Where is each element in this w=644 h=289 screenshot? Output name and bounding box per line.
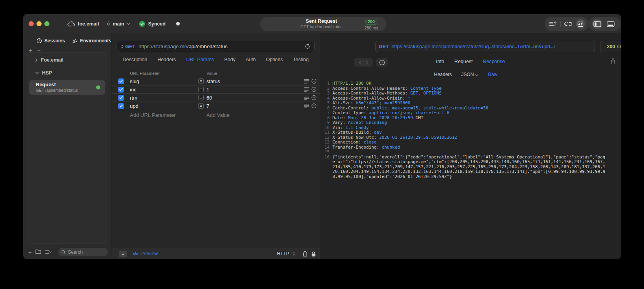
request-list-item-selected[interactable]: Request GET /api/embed/status [29, 80, 105, 95]
param-value-input[interactable]: 1 [206, 87, 298, 93]
export-share-icon[interactable] [610, 58, 616, 65]
toggle-bottom-panel-icon[interactable] [606, 19, 616, 29]
method-stepper-icon[interactable] [121, 44, 124, 49]
equals-icon: = [198, 95, 204, 100]
project-name[interactable]: foe.email [78, 21, 99, 27]
response-tabs: InfoRequestResponse [436, 59, 505, 64]
param-row-slug[interactable]: slug=status [111, 77, 320, 85]
param-name-input[interactable]: upd [126, 103, 196, 109]
titlebar-divider [171, 21, 171, 27]
remove-row-icon[interactable] [311, 95, 317, 100]
code-icon: </> [133, 251, 138, 256]
param-value-input[interactable]: status [206, 78, 298, 84]
add-request-button[interactable]: + [28, 249, 32, 255]
add-param-row[interactable]: Add URL Parameter Add Value [111, 110, 320, 119]
row-options-icon[interactable] [304, 95, 309, 100]
request-log-icon[interactable] [548, 19, 557, 29]
toggle-sidebar-icon[interactable] [592, 19, 602, 29]
param-value-input[interactable]: 60 [206, 95, 298, 101]
branch-chevron-down-icon[interactable] [127, 23, 130, 25]
refresh-icon[interactable] [305, 44, 310, 49]
forward-icon[interactable] [366, 60, 369, 65]
url-path: /api/embed/status [187, 44, 228, 49]
response-subtab-row: HeadersJSONRaw [320, 71, 621, 80]
zoom-button[interactable] [44, 21, 49, 26]
params-table-header: URL Parameter Value [111, 70, 320, 77]
response-line: 16{"incidents":null,"overall":{"code":"o… [322, 155, 621, 180]
response-tab-request[interactable]: Request [454, 59, 473, 64]
param-checkbox[interactable] [118, 95, 124, 101]
remove-row-icon[interactable] [311, 103, 317, 109]
param-name-input[interactable]: slug [126, 78, 196, 84]
history-clock-button[interactable] [376, 58, 388, 67]
sessions-label: Sessions [44, 38, 65, 44]
request-tab-auth[interactable]: Auth [246, 57, 256, 62]
param-row-rtm[interactable]: rtm=60 [111, 93, 320, 102]
json-chevron-down-icon[interactable] [475, 74, 478, 76]
raw-response-view[interactable]: 1HTTP/1.1 200 OK2Access-Control-Allow-He… [320, 80, 621, 259]
response-tab-info[interactable]: Info [436, 59, 444, 64]
response-method-label: GET [379, 44, 389, 49]
close-button[interactable] [29, 21, 34, 26]
protocol-stepper-icon[interactable] [293, 252, 295, 256]
param-row-inc[interactable]: inc=1 [111, 85, 320, 93]
request-tab-headers[interactable]: Headers [157, 57, 176, 62]
remove-row-icon[interactable] [311, 78, 317, 84]
row-options-icon[interactable] [304, 79, 309, 84]
import-export-icon[interactable] [576, 19, 585, 29]
chevron-down-icon [35, 72, 39, 74]
request-tab-body[interactable]: Body [224, 57, 235, 62]
sync-status-label[interactable]: Synced [148, 21, 165, 27]
search-input[interactable]: Search [58, 248, 108, 256]
param-value-input[interactable]: 7 [206, 103, 298, 109]
protocol-selector[interactable]: HTTP [277, 251, 289, 256]
sent-request-pill[interactable]: Sent Request GET /api/embed/status 200 2… [260, 17, 387, 31]
request-url-bar[interactable]: GET https://statuspage.me/api/embed/stat… [117, 41, 315, 52]
request-tab-url-params[interactable]: URL Params [186, 57, 214, 62]
sync-loop-icon[interactable] [564, 19, 573, 29]
collapse-panel-button[interactable]: ▲ [119, 251, 127, 257]
new-group-icon[interactable] [35, 249, 41, 254]
param-checkbox[interactable] [118, 78, 124, 84]
group-label: HSP [42, 70, 52, 76]
project-meta: foe.email main Synced [67, 14, 180, 33]
line-number: 16 [322, 155, 330, 160]
remove-row-icon[interactable] [311, 87, 317, 92]
response-status-box: 200 OK [600, 41, 621, 52]
param-name-input[interactable]: inc [126, 87, 196, 93]
response-url-box[interactable]: GET https://statuspage.me/api/embed/stat… [375, 41, 595, 52]
add-url-parameter-placeholder[interactable]: Add URL Parameter [126, 112, 196, 118]
equals-icon: = [198, 87, 204, 92]
sort-filter-icon[interactable] [45, 250, 51, 254]
row-options-icon[interactable] [304, 87, 309, 92]
lock-icon[interactable] [311, 251, 316, 257]
response-subtab-json[interactable]: JSON [461, 72, 478, 77]
request-item-title: Request [36, 82, 105, 87]
request-tab-testing[interactable]: Testing [293, 57, 309, 62]
line-number: 15 [322, 150, 330, 155]
response-subtab-headers[interactable]: Headers [434, 72, 452, 77]
tab-sessions[interactable]: Sessions [36, 38, 65, 44]
session-dot-icon[interactable] [176, 22, 180, 25]
request-tab-options[interactable]: Options [266, 57, 283, 62]
response-subtab-raw[interactable]: Raw [488, 72, 497, 77]
share-icon[interactable] [303, 251, 308, 257]
request-tab-description[interactable]: Description [123, 57, 148, 62]
minimize-button[interactable] [36, 21, 42, 26]
param-checkbox[interactable] [118, 87, 124, 93]
preview-button[interactable]: </> Preview [133, 251, 158, 256]
tree-group-foe-email[interactable]: Foe.email [26, 57, 108, 63]
row-options-icon[interactable] [304, 104, 309, 108]
method-label[interactable]: GET [125, 44, 135, 49]
tree-group-hsp[interactable]: HSP [26, 70, 108, 76]
tab-environments[interactable]: Environments [72, 38, 111, 44]
param-checkbox[interactable] [118, 103, 124, 109]
add-value-placeholder[interactable]: Add Value [206, 112, 298, 118]
param-row-upd[interactable]: upd=7 [111, 102, 320, 110]
back-icon[interactable] [359, 60, 361, 65]
param-name-input[interactable]: rtm [126, 95, 196, 101]
response-tab-response[interactable]: Response [483, 59, 505, 64]
request-status-dot [96, 85, 100, 89]
footer-right: HTTP [277, 251, 316, 257]
branch-name[interactable]: main [113, 21, 124, 27]
